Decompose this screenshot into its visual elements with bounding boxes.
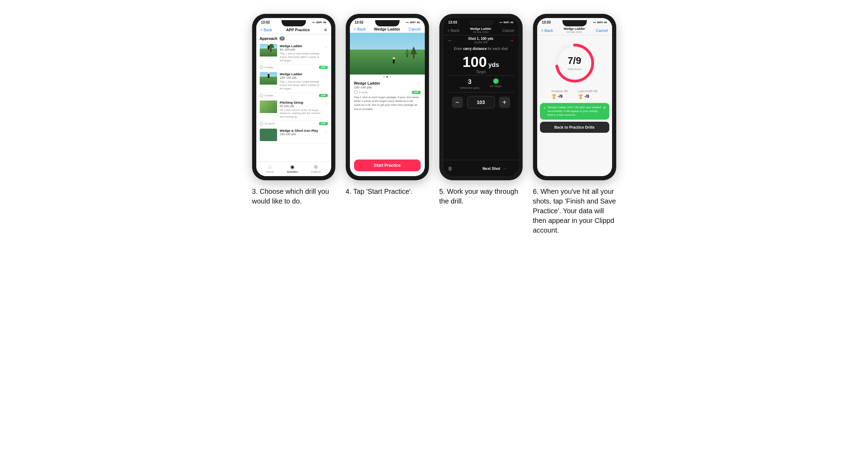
carry-label-5: Enter carry distance for each shot (444, 45, 518, 51)
next-shot-button-5[interactable]: Next Shot → (475, 163, 514, 174)
dot-2 (386, 76, 388, 78)
drill-name-3: Wedge & Short Iron Play (280, 129, 321, 132)
cancel-button-6[interactable]: Cancel (596, 28, 608, 33)
start-practice-button[interactable]: Start Practice (354, 159, 421, 171)
stat-hit-target: ✓ Hit Target (490, 78, 502, 89)
distance-input-5[interactable] (467, 96, 495, 109)
signal-icon-5: ▪▪▪ (499, 21, 502, 24)
bottom-nav-activities[interactable]: ◉ Activities (287, 164, 298, 173)
nav-bar-3: < Back APP Practice ≡ (256, 26, 331, 34)
drill-thumb-0 (260, 44, 277, 57)
hit-target-icon-container: ✓ (490, 78, 502, 84)
back-button-4[interactable]: < Back (354, 27, 366, 31)
shot-score-5: Score 5/9 (468, 41, 493, 44)
pb-last-month-label: Last month PB (578, 89, 598, 93)
section-header-3: Approach 7 (256, 34, 331, 42)
dot-3 (389, 76, 391, 78)
detail-title-4: Wedge Ladder (354, 81, 380, 85)
drill-range-1: 100–140 yds (280, 76, 321, 79)
phone-screen-5: 13:03 ▪▪▪ WiFi 46 < Back Wedge Ladder 06… (444, 18, 518, 176)
target-display-5: 100 yds Target (444, 51, 518, 75)
stat-hit-label: Hit Target (490, 85, 502, 88)
back-button-5[interactable]: < Back (448, 28, 459, 33)
bottom-nav-home[interactable]: ⌂ Home (266, 164, 274, 173)
drill-info-0: Wedge Ladder 50–100 yds Play 1 shot at e… (280, 44, 321, 62)
detail-shots-4: 9 shots (354, 90, 368, 94)
nav-title-group-6: Wedge Ladder 06 Mar 2023 (564, 27, 585, 34)
cancel-button-5[interactable]: Cancel (502, 28, 514, 33)
back-button-3[interactable]: < Back (260, 28, 272, 32)
minus-button-5[interactable]: − (452, 97, 463, 108)
phone-screen-4: 13:02 ▪▪▪ WiFi 46 < Back Wedge Ladder Ca… (350, 18, 425, 176)
success-close-icon[interactable]: ✕ (603, 105, 606, 110)
plus-button-5[interactable]: + (499, 97, 510, 108)
drill-item-0[interactable]: Wedge Ladder 50–100 yds Play 1 shot at e… (256, 42, 331, 64)
battery-icon-4: 46 (417, 21, 420, 24)
hamburger-icon-3[interactable]: ≡ (324, 27, 327, 33)
wifi-icon-6: WiFi (597, 21, 603, 24)
drill-name-1: Wedge Ladder (280, 72, 321, 76)
score-center: 7/9 Total Score (567, 55, 581, 71)
phone-section-5: 13:03 ▪▪▪ WiFi 46 < Back Wedge Ladder 06… (439, 14, 523, 206)
back-to-drills-button-6[interactable]: Back to Practice Drills (540, 122, 609, 133)
detail-star-4[interactable]: ☆ (417, 82, 421, 87)
drill-star-2[interactable]: ☆ (324, 101, 328, 106)
caption-3: 3. Choose which drill you would like to … (252, 187, 335, 206)
drill-item-3[interactable]: Wedge & Short Iron Play 100-140 yds ☆ (256, 127, 331, 144)
drill-footer-0: 9 shots APP (256, 64, 331, 70)
status-icons-4: ▪▪▪ WiFi 46 (406, 21, 420, 24)
pb-row-6: Previous PB 🏆 -/9 Last month PB 🏆 -/9 (537, 87, 612, 101)
detail-desc-4: Play 1 shot at each target yardage. If y… (354, 95, 421, 111)
trash-icon-5[interactable]: 🗑 (448, 166, 453, 171)
status-time-6: 13:03 (542, 20, 551, 24)
caption-5: 5. Work your way through the drill. (439, 187, 523, 206)
drill-item-2[interactable]: Pitching String 55-100 yds Hit 1 shot at… (256, 98, 331, 121)
shots-circle-0 (260, 66, 263, 69)
drill-item-1[interactable]: Wedge Ladder 100–140 yds Play 1 shot at … (256, 70, 331, 93)
caption-6: 6. When you've hit all your shots, tap '… (533, 187, 616, 235)
drill-name-2: Pitching String (280, 101, 321, 104)
bottom-nav-capture[interactable]: ⊕ Capture (311, 164, 321, 173)
detail-range-4: 100–140 yds (354, 86, 380, 89)
drill-star-0[interactable]: ☆ (324, 45, 328, 50)
phone-frame-5: 13:03 ▪▪▪ WiFi 46 < Back Wedge Ladder 06… (439, 14, 523, 180)
section-label-3: Approach (260, 36, 277, 41)
drill-shots-0: 9 shots (260, 66, 274, 69)
target-yds-5: 100 (463, 54, 487, 70)
status-icons-6: ▪▪▪ WiFi 46 (593, 21, 607, 24)
bottom-nav-3: ⌂ Home ◉ Activities ⊕ Capture (256, 162, 331, 176)
phone-frame-4: 13:02 ▪▪▪ WiFi 46 < Back Wedge Ladder Ca… (346, 14, 429, 180)
drill-shots-2: 10 shots (260, 122, 275, 126)
caption-4: 4. Tap 'Start Practice'. (346, 187, 413, 196)
battery-icon-5: 46 (510, 21, 514, 24)
nav-bar-5: < Back Wedge Ladder 06 Mar 2023 Cancel (444, 26, 518, 35)
detail-shots-row-4: 9 shots APP (354, 90, 421, 94)
nav-bar-4: < Back Wedge Ladder Cancel (350, 26, 425, 33)
dot-1 (383, 76, 385, 78)
stat-diff-label: Difference (yds) (460, 86, 479, 89)
drill-hero-4 (350, 33, 425, 75)
total-score-label: Total Score (567, 68, 581, 71)
wifi-icon: WiFi (316, 21, 322, 24)
app-badge-2: APP (319, 122, 327, 125)
next-shot-label: Next Shot (482, 166, 500, 171)
drill-footer-2: 10 shots APP (256, 121, 331, 127)
drill-star-1[interactable]: ☆ (324, 73, 328, 78)
battery-icon-6: 46 (604, 21, 607, 24)
cancel-button-4[interactable]: Cancel (409, 27, 420, 31)
drill-star-3[interactable]: ☆ (324, 129, 328, 134)
phone-section-6: 13:03 ▪▪▪ WiFi 46 < Back Wedge Ladder 06… (533, 14, 616, 235)
start-btn-container: Start Practice (350, 159, 425, 176)
nav-title-4: Wedge Ladder (374, 27, 401, 31)
nav-subtitle-5: 06 Mar 2023 (470, 31, 491, 34)
detail-header-4: Wedge Ladder 100–140 yds ☆ (354, 81, 421, 89)
drill-range-0: 50–100 yds (280, 48, 321, 51)
back-button-6[interactable]: < Back (541, 28, 553, 33)
battery-icon: 46 (323, 21, 326, 24)
nav-bar-6: < Back Wedge Ladder 06 Mar 2023 Cancel (537, 26, 612, 35)
prev-shot-arrow[interactable]: ← (448, 37, 453, 44)
stat-difference: 3 Difference (yds) (460, 78, 479, 89)
next-shot-arrow[interactable]: → (509, 37, 514, 44)
drill-hero-img-4 (350, 33, 425, 75)
status-icons-5: ▪▪▪ WiFi 46 (499, 21, 513, 24)
